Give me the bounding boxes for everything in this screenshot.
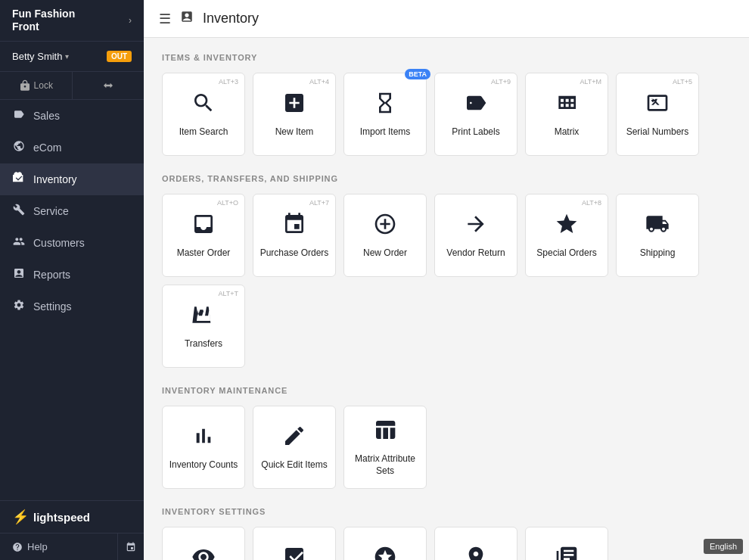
out-badge: OUT xyxy=(107,51,132,62)
sidebar-item-sales[interactable]: Sales xyxy=(0,100,144,132)
tile-serial-numbers[interactable]: ALT+5 Serial Numbers xyxy=(616,73,699,156)
table-icon xyxy=(373,418,397,447)
search-icon xyxy=(191,91,216,120)
tiles-maintenance: Inventory Counts Quick Edit Items Matrix… xyxy=(162,406,731,489)
pin-button[interactable] xyxy=(117,534,144,560)
tile-print-labels[interactable]: ALT+9 Print Labels xyxy=(434,73,517,156)
globe-icon xyxy=(12,140,26,155)
sidebar-item-label: Service xyxy=(33,205,69,217)
inventory-topbar-icon xyxy=(180,10,194,27)
settings5-icon xyxy=(555,545,579,560)
settings4-icon xyxy=(464,545,488,560)
tile-import-items[interactable]: BETA Import Items xyxy=(343,73,427,156)
tile-label: Vendor Return xyxy=(446,247,505,260)
tile-special-orders[interactable]: ALT+8 Special Orders xyxy=(525,194,608,277)
tile-label: New Item xyxy=(275,126,314,138)
sidebar-item-label: eCom xyxy=(33,142,61,154)
tile-settings-3[interactable]: Preferences xyxy=(343,527,427,560)
sidebar-item-ecom[interactable]: eCom xyxy=(0,132,144,163)
section-title: INVENTORY SETTINGS xyxy=(162,507,731,516)
section-inventory-settings: INVENTORY SETTINGS Visibility Settings xyxy=(162,507,731,560)
tile-matrix-attribute-sets[interactable]: Matrix Attribute Sets xyxy=(343,406,427,489)
tile-matrix[interactable]: ALT+M Matrix xyxy=(525,73,608,156)
lightspeed-logo: ⚡ lightspeed xyxy=(12,509,90,525)
user-name: Betty Smith ▾ xyxy=(12,51,69,62)
section-orders: ORDERS, TRANSFERS, AND SHIPPING ALT+O Ma… xyxy=(162,174,731,368)
tile-label: Serial Numbers xyxy=(626,126,689,138)
tile-transfers[interactable]: ALT+T Transfers xyxy=(162,285,245,368)
brand-name: Fun Fashion Front xyxy=(12,8,75,33)
tile-purchase-orders[interactable]: ALT+7 Purchase Orders xyxy=(253,194,336,277)
import-icon xyxy=(373,91,397,120)
sidebar-bottom: ⚡ lightspeed xyxy=(0,500,144,533)
tile-vendor-return[interactable]: Vendor Return xyxy=(434,194,517,277)
lock-label: Lock xyxy=(34,80,53,91)
edit-icon xyxy=(282,424,306,453)
tile-settings-5[interactable]: Categories xyxy=(525,527,608,560)
shortcut-label: ALT+4 xyxy=(309,78,329,86)
sidebar-actions: Lock xyxy=(0,72,144,100)
arrow-right-icon xyxy=(464,212,488,241)
settings-icon xyxy=(191,545,216,560)
section-title: ORDERS, TRANSFERS, AND SHIPPING xyxy=(162,174,731,183)
beta-badge: BETA xyxy=(405,69,430,79)
tile-settings-4[interactable]: Locations xyxy=(434,527,517,560)
shortcut-label: ALT+M xyxy=(580,78,601,86)
sidebar-brand[interactable]: Fun Fashion Front › xyxy=(0,0,144,42)
tile-shipping[interactable]: Shipping xyxy=(616,194,699,277)
settings3-icon xyxy=(373,545,397,560)
tile-label: Shipping xyxy=(640,247,676,260)
user-chevron-icon: ▾ xyxy=(65,52,69,61)
tile-label: Master Order xyxy=(177,247,231,260)
logo-text: lightspeed xyxy=(33,511,90,524)
sidebar-item-reports[interactable]: Reports xyxy=(0,259,144,291)
menu-icon[interactable]: ☰ xyxy=(159,11,171,27)
plus-icon xyxy=(282,91,306,120)
sidebar-item-service[interactable]: Service xyxy=(0,195,144,227)
tile-inventory-counts[interactable]: Inventory Counts xyxy=(162,406,245,489)
tag-icon xyxy=(12,108,26,123)
tile-label: Matrix xyxy=(555,126,580,138)
tile-quick-edit-items[interactable]: Quick Edit Items xyxy=(253,406,336,489)
tile-item-search[interactable]: ALT+3 Item Search xyxy=(162,73,245,156)
section-items-inventory: ITEMS & INVENTORY ALT+3 Item Search ALT+… xyxy=(162,53,731,156)
tile-settings-2[interactable]: Settings xyxy=(253,527,336,560)
topbar: ☰ Inventory xyxy=(144,0,749,38)
tile-new-order[interactable]: New Order xyxy=(343,194,427,277)
road-icon xyxy=(191,303,216,332)
tile-label: Quick Edit Items xyxy=(261,459,327,471)
help-button[interactable]: Help xyxy=(0,534,117,560)
tile-label: Special Orders xyxy=(536,247,596,260)
user-profile[interactable]: Betty Smith ▾ OUT xyxy=(0,42,144,72)
tile-label: Purchase Orders xyxy=(260,247,329,260)
matrix-icon xyxy=(555,91,579,120)
tile-label: New Order xyxy=(363,247,407,260)
tile-label: Inventory Counts xyxy=(169,459,238,471)
shortcut-label: ALT+5 xyxy=(673,78,692,86)
settings2-icon xyxy=(282,545,306,560)
tile-master-order[interactable]: ALT+O Master Order xyxy=(162,194,245,277)
tile-label: Matrix Attribute Sets xyxy=(350,453,420,477)
gear-icon xyxy=(12,299,26,314)
brand-arrow-icon: › xyxy=(129,15,132,26)
box-icon xyxy=(12,172,26,187)
star-icon xyxy=(555,212,579,241)
transfer-button[interactable] xyxy=(73,72,145,99)
sidebar-item-label: Settings xyxy=(33,300,72,313)
barchart-icon xyxy=(191,424,216,453)
sidebar-item-customers[interactable]: Customers xyxy=(0,227,144,259)
sidebar-item-settings[interactable]: Settings xyxy=(0,291,144,322)
language-badge[interactable]: English xyxy=(704,539,743,554)
sidebar-item-label: Customers xyxy=(33,237,85,249)
tile-settings-1[interactable]: Visibility xyxy=(162,527,245,560)
sidebar-item-inventory[interactable]: Inventory xyxy=(0,163,144,195)
sidebar: Fun Fashion Front › Betty Smith ▾ OUT Lo… xyxy=(0,0,144,560)
lock-button[interactable]: Lock xyxy=(0,72,73,99)
tiles-items-inventory: ALT+3 Item Search ALT+4 New Item BET xyxy=(162,73,731,156)
shortcut-label: ALT+O xyxy=(217,199,238,207)
content-area: ITEMS & INVENTORY ALT+3 Item Search ALT+… xyxy=(144,38,749,560)
tile-label: Import Items xyxy=(360,126,411,138)
tile-new-item[interactable]: ALT+4 New Item xyxy=(253,73,336,156)
tile-label: Print Labels xyxy=(452,126,499,138)
shortcut-label: ALT+8 xyxy=(582,199,601,207)
